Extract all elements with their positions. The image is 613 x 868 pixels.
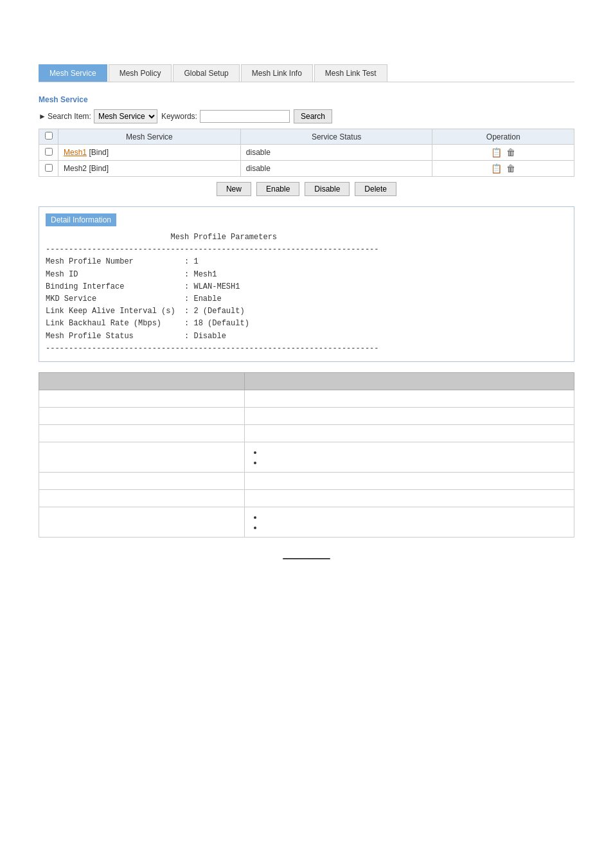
lower-table-row	[39, 442, 574, 472]
row1-operations: 📋 🗑	[432, 145, 574, 161]
lower-row5-col-a	[39, 472, 245, 489]
lower-table-row	[39, 507, 574, 537]
lower-row1-col-b	[245, 390, 574, 407]
lower-table-row	[39, 472, 574, 489]
lower-row2-col-a	[39, 407, 245, 424]
tab-global-setup[interactable]: Global Setup	[173, 64, 239, 82]
lower-table-row	[39, 407, 574, 424]
row1-bind: [Bind]	[89, 148, 109, 157]
row2-name: Mesh2 [Bind]	[58, 161, 241, 177]
lower-row6-col-a	[39, 489, 245, 507]
col-header-service-status: Service Status	[240, 129, 432, 145]
detail-content: Mesh Profile Parameters ----------------…	[46, 231, 567, 355]
col-header-mesh-service: Mesh Service	[58, 129, 241, 145]
lower-row4-bullet1	[263, 448, 567, 457]
table-row: Mesh2 [Bind] disable 📋 🗑	[39, 161, 574, 177]
row1-delete-icon[interactable]: 🗑	[505, 147, 517, 158]
search-row: ► Search Item: Mesh Service Keywords: Se…	[39, 109, 574, 123]
lower-row5-col-b	[245, 472, 574, 489]
tab-mesh-link-info[interactable]: Mesh Link Info	[241, 64, 313, 82]
tab-bar: Mesh Service Mesh Policy Global Setup Me…	[39, 64, 574, 82]
detail-title: Detail Information	[46, 213, 116, 226]
lower-row3-col-a	[39, 424, 245, 442]
lower-table	[39, 372, 574, 538]
lower-table-row	[39, 390, 574, 407]
bottom-link-container: ___________	[39, 550, 574, 559]
row1-copy-icon[interactable]: 📋	[490, 147, 503, 158]
action-buttons: New Enable Disable Delete	[39, 182, 574, 196]
lower-table-row	[39, 489, 574, 507]
tab-mesh-policy[interactable]: Mesh Policy	[109, 64, 172, 82]
lower-row1-col-a	[39, 390, 245, 407]
row2-copy-icon[interactable]: 📋	[490, 163, 503, 174]
lower-row7-col-a	[39, 507, 245, 537]
lower-row4-bullets	[251, 448, 567, 467]
keywords-label: Keywords:	[161, 112, 197, 121]
tab-mesh-link-test[interactable]: Mesh Link Test	[314, 64, 387, 82]
search-button[interactable]: Search	[294, 109, 332, 123]
lower-row2-col-b	[245, 407, 574, 424]
row2-operations: 📋 🗑	[432, 161, 574, 177]
detail-section: Detail Information Mesh Profile Paramete…	[39, 206, 574, 362]
row2-bind: [Bind]	[89, 164, 109, 173]
lower-row6-col-b	[245, 489, 574, 507]
mesh2-link[interactable]: Mesh2	[64, 164, 87, 173]
lower-row3-col-b	[245, 424, 574, 442]
row2-delete-icon[interactable]: 🗑	[505, 163, 517, 174]
lower-row7-bullet2	[263, 523, 567, 532]
tab-mesh-service[interactable]: Mesh Service	[39, 64, 107, 82]
table-row: Mesh1 [Bind] disable 📋 🗑	[39, 145, 574, 161]
lower-col-b-header	[245, 372, 574, 390]
row1-name: Mesh1 [Bind]	[58, 145, 241, 161]
keywords-input[interactable]	[200, 110, 290, 123]
mesh1-link[interactable]: Mesh1	[64, 148, 87, 157]
disable-button[interactable]: Disable	[305, 182, 350, 196]
select-all-checkbox[interactable]	[45, 132, 53, 140]
lower-row7-col-b	[245, 507, 574, 537]
lower-row4-col-b	[245, 442, 574, 472]
section-title: Mesh Service	[39, 95, 574, 104]
bottom-link[interactable]: ___________	[283, 550, 330, 559]
mesh-service-table: Mesh Service Service Status Operation Me…	[39, 129, 574, 177]
lower-table-row	[39, 424, 574, 442]
arrow-icon: ►	[39, 112, 46, 121]
row2-checkbox[interactable]	[45, 164, 53, 172]
row1-checkbox[interactable]	[45, 148, 53, 156]
lower-row7-bullets	[251, 512, 567, 532]
lower-row7-bullet1	[263, 512, 567, 521]
search-item-label: Search Item:	[48, 112, 91, 121]
row2-status: disable	[240, 161, 432, 177]
lower-row4-bullet2	[263, 458, 567, 467]
enable-button[interactable]: Enable	[256, 182, 299, 196]
search-item-select[interactable]: Mesh Service	[94, 109, 157, 123]
row1-status: disable	[240, 145, 432, 161]
delete-button[interactable]: Delete	[355, 182, 396, 196]
col-header-operation: Operation	[432, 129, 574, 145]
new-button[interactable]: New	[217, 182, 251, 196]
lower-row4-col-a	[39, 442, 245, 472]
lower-col-a-header	[39, 372, 245, 390]
